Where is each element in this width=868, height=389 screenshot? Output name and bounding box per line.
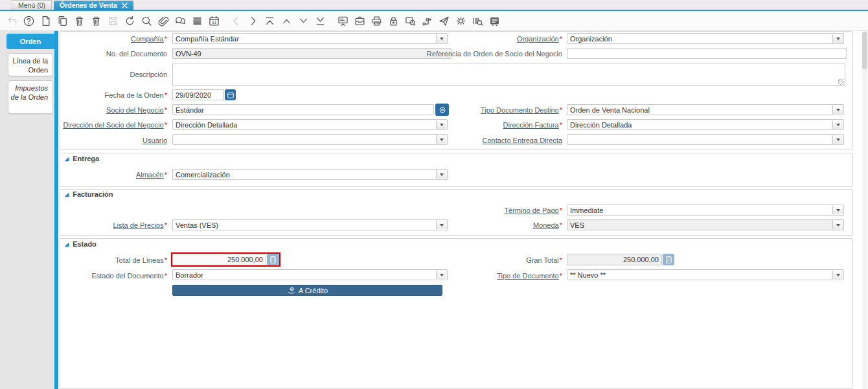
delete-record-icon: [73, 15, 86, 27]
archive-icon: [354, 15, 366, 27]
moneda-label[interactable]: Moneda*: [413, 221, 562, 229]
report-button[interactable]: [337, 14, 349, 27]
compania-select[interactable]: Compañía Estándar: [172, 33, 448, 44]
dropdown-button[interactable]: [832, 34, 843, 43]
organizacion-label[interactable]: Organización*: [413, 35, 562, 43]
product-info-icon: [472, 15, 484, 27]
contacto-entrega-label[interactable]: Contacto Entrega Directa: [413, 137, 562, 144]
direccion-factura-label[interactable]: Dirección Factura*: [413, 121, 562, 129]
referencia-field[interactable]: [567, 48, 847, 59]
almacen-select[interactable]: Comercialización: [172, 169, 448, 180]
termino-pago-select[interactable]: Immediate: [567, 205, 844, 216]
total-lineas-field[interactable]: 250.000,00: [172, 254, 266, 265]
contacto-entrega-select[interactable]: [567, 134, 844, 145]
dropdown-button[interactable]: [436, 170, 446, 179]
next-record-button[interactable]: [247, 14, 259, 27]
workflow-button[interactable]: [421, 14, 433, 27]
zoom-across-icon: [404, 15, 417, 27]
dropdown-button[interactable]: [832, 271, 843, 279]
print-button[interactable]: [371, 14, 383, 27]
tipo-doc-destino-label[interactable]: Tipo Documento Destino*: [413, 106, 562, 114]
zoom-across-button[interactable]: [404, 14, 417, 27]
estado-documento-select[interactable]: Borrador: [172, 269, 448, 280]
save-icon: [107, 15, 119, 27]
window-report-button[interactable]: [488, 14, 501, 27]
almacen-label[interactable]: Almacén*: [39, 171, 167, 179]
help-icon: [23, 15, 35, 27]
dropdown-button[interactable]: [832, 221, 843, 229]
moneda-select[interactable]: VES: [567, 219, 844, 230]
direccion-socio-label[interactable]: Dirección del Socio del Negocio*: [39, 121, 167, 129]
section-header-estado[interactable]: ◢Estado: [65, 240, 97, 248]
archive-button[interactable]: [354, 14, 366, 27]
credit-icon: [287, 287, 295, 295]
compania-label[interactable]: Compañía*: [39, 35, 167, 43]
refresh-button[interactable]: [124, 14, 136, 27]
product-info-button[interactable]: [472, 14, 484, 27]
direccion-socio-select[interactable]: Dirección Detallada: [172, 119, 448, 130]
section-header-entrega[interactable]: ◢Entrega: [65, 155, 99, 162]
socio-negocio-label[interactable]: Socio del Negocio*: [39, 106, 167, 114]
usuario-label[interactable]: Usuario: [39, 137, 167, 144]
no-documento-label: No. del Documento: [39, 50, 167, 58]
vertical-scrollbar[interactable]: [862, 31, 867, 389]
socio-negocio-field[interactable]: Estándar: [172, 104, 434, 115]
report-icon: [337, 15, 349, 27]
descripcion-textarea[interactable]: [172, 63, 845, 86]
dropdown-button[interactable]: [832, 135, 843, 144]
gran-total-field[interactable]: 250.000,00: [567, 254, 662, 265]
lista-precios-label[interactable]: Lista de Precios*: [39, 221, 167, 229]
preferences-button[interactable]: [455, 14, 467, 27]
send-mail-button[interactable]: [438, 14, 450, 27]
close-icon[interactable]: [122, 3, 128, 8]
total-lineas-label: Total de Líneas*: [39, 256, 167, 264]
toggle-grid-button[interactable]: [191, 14, 203, 27]
tipo-documento-select[interactable]: ** Nuevo **: [567, 269, 844, 280]
tab-label: Órdenes de Venta: [60, 1, 117, 10]
active-tab-accent-bar: [54, 31, 58, 389]
new-record-button[interactable]: [40, 14, 52, 27]
next-record-icon: [247, 15, 259, 27]
scrollbar-thumb[interactable]: [862, 32, 867, 69]
dropdown-button[interactable]: [832, 206, 843, 214]
usuario-select[interactable]: [172, 134, 448, 145]
chevron-down-icon: [836, 274, 840, 276]
lista-precios-select[interactable]: Ventas (VES): [172, 219, 448, 230]
chat-button[interactable]: [174, 14, 187, 27]
delete-selection-button[interactable]: [90, 14, 102, 27]
resize-grip-icon[interactable]: [838, 79, 844, 85]
first-record-button[interactable]: [264, 14, 276, 27]
termino-pago-label[interactable]: Término de Pago*: [413, 206, 562, 214]
dropdown-button[interactable]: [832, 120, 843, 129]
no-documento-field[interactable]: OVN-49: [172, 48, 451, 59]
tipo-documento-label[interactable]: Tipo de Documento*: [413, 272, 562, 280]
tipo-doc-destino-select[interactable]: Orden de Venta Nacional: [567, 104, 844, 115]
find-button[interactable]: [141, 14, 153, 27]
organizacion-select[interactable]: Organización: [567, 33, 844, 44]
calculator-button[interactable]: [663, 254, 674, 265]
print-icon: [371, 15, 383, 27]
fecha-orden-field[interactable]: 29/09/2020: [172, 89, 224, 100]
copy-record-button[interactable]: [56, 14, 69, 27]
delete-record-button[interactable]: [73, 14, 86, 27]
direccion-factura-select[interactable]: Dirección Detallada: [567, 119, 844, 130]
tab-menu[interactable]: Menú (0): [12, 0, 52, 10]
last-record-button[interactable]: [314, 14, 326, 27]
chevron-down-icon: [836, 38, 840, 40]
tab-ordenes-de-venta[interactable]: Órdenes de Venta: [54, 1, 133, 10]
section-header-facturacion[interactable]: ◢Facturación: [65, 190, 113, 198]
calculator-button[interactable]: [267, 254, 279, 265]
help-button[interactable]: [23, 14, 35, 27]
parent-record-button[interactable]: [280, 14, 293, 27]
estado-documento-label: Estado del Documento*: [39, 272, 167, 280]
copy-record-icon: [56, 15, 69, 27]
svg-text:31: 31: [211, 20, 216, 25]
lock-button[interactable]: [387, 14, 400, 27]
attachment-button[interactable]: [157, 14, 170, 27]
calendar-picker-button[interactable]: [225, 89, 236, 100]
dropdown-button[interactable]: [832, 106, 843, 114]
calendar-button[interactable]: 31: [208, 14, 220, 27]
detail-record-button[interactable]: [297, 14, 310, 27]
a-credito-button[interactable]: A Crédito: [172, 285, 442, 296]
new-record-icon: [40, 15, 52, 27]
